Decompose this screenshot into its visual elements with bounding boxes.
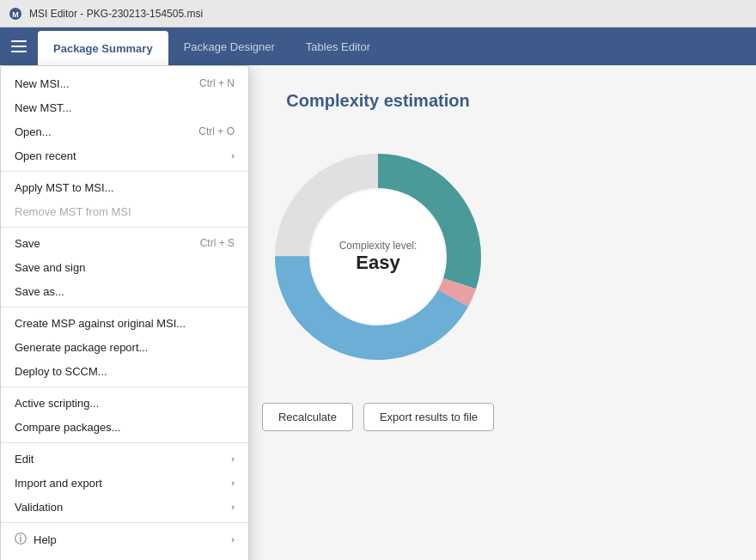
main-content: New MSI... Ctrl + N New MST... Open... C… <box>0 65 756 560</box>
menu-button[interactable] <box>0 27 38 65</box>
menu-separator-3 <box>1 307 248 307</box>
menu-item-quit[interactable]: ← Quit Alt + F4 <box>1 552 248 560</box>
nav-tabs: Package Summary Package Designer Tables … <box>38 27 386 65</box>
menu-separator-6 <box>1 522 248 523</box>
menu-item-new-msi[interactable]: New MSI... Ctrl + N <box>1 71 248 95</box>
menu-separator-5 <box>1 442 248 443</box>
recalculate-button[interactable]: Recalculate <box>262 403 353 431</box>
donut-chart: Complexity level: Easy <box>266 145 490 368</box>
menu-item-new-mst[interactable]: New MST... <box>1 95 248 119</box>
menu-separator-1 <box>1 171 248 172</box>
tab-tables-editor[interactable]: Tables Editor <box>290 27 386 65</box>
menu-item-remove-mst: Remove MST from MSI <box>1 199 248 223</box>
chevron-right-icon-help: › <box>231 534 235 545</box>
menu-item-deploy-sccm[interactable]: Deploy to SCCM... <box>1 359 248 383</box>
menu-item-compare-packages[interactable]: Compare packages... <box>1 415 248 439</box>
menu-separator-4 <box>1 387 248 387</box>
menu-separator-2 <box>1 227 248 228</box>
complexity-level-label: Complexity level: <box>339 240 418 252</box>
chevron-right-icon: › <box>231 150 235 161</box>
nav-bar: Package Summary Package Designer Tables … <box>0 27 756 65</box>
menu-item-generate-report[interactable]: Generate package report... <box>1 335 248 359</box>
menu-item-save[interactable]: Save Ctrl + S <box>1 231 248 255</box>
menu-item-help[interactable]: ⓘ Help › <box>1 527 248 552</box>
menu-item-save-sign[interactable]: Save and sign <box>1 255 248 279</box>
title-bar: M MSI Editor - PKG-230213-154505.msi <box>0 0 756 27</box>
menu-item-active-scripting[interactable]: Active scripting... <box>1 391 248 415</box>
app-icon: M <box>9 7 22 21</box>
complexity-title: Complexity estimation <box>286 91 469 111</box>
menu-item-open[interactable]: Open... Ctrl + O <box>1 119 248 143</box>
menu-item-apply-mst[interactable]: Apply MST to MSI... <box>1 175 248 199</box>
buttons-row: Recalculate Export results to file <box>262 403 494 431</box>
tab-package-designer[interactable]: Package Designer <box>168 27 290 65</box>
menu-item-open-recent[interactable]: Open recent › <box>1 143 248 167</box>
menu-item-edit[interactable]: Edit › <box>1 447 248 471</box>
tab-package-summary[interactable]: Package Summary <box>38 31 168 65</box>
help-icon: ⓘ <box>15 532 27 547</box>
menu-item-create-msp[interactable]: Create MSP against original MSI... <box>1 311 248 335</box>
dropdown-menu: New MSI... Ctrl + N New MST... Open... C… <box>0 65 249 560</box>
chevron-right-icon-import: › <box>231 478 235 488</box>
menu-item-validation[interactable]: Validation › <box>1 495 248 519</box>
title-bar-text: MSI Editor - PKG-230213-154505.msi <box>29 8 203 20</box>
menu-item-save-as[interactable]: Save as... <box>1 279 248 303</box>
chevron-right-icon-edit: › <box>231 453 235 464</box>
chevron-right-icon-validation: › <box>231 502 235 512</box>
export-results-button[interactable]: Export results to file <box>363 403 494 431</box>
svg-text:M: M <box>12 10 19 19</box>
donut-center-text: Complexity level: Easy <box>339 240 418 274</box>
menu-item-import-export[interactable]: Import and export › <box>1 471 248 495</box>
complexity-level-value: Easy <box>339 252 418 274</box>
